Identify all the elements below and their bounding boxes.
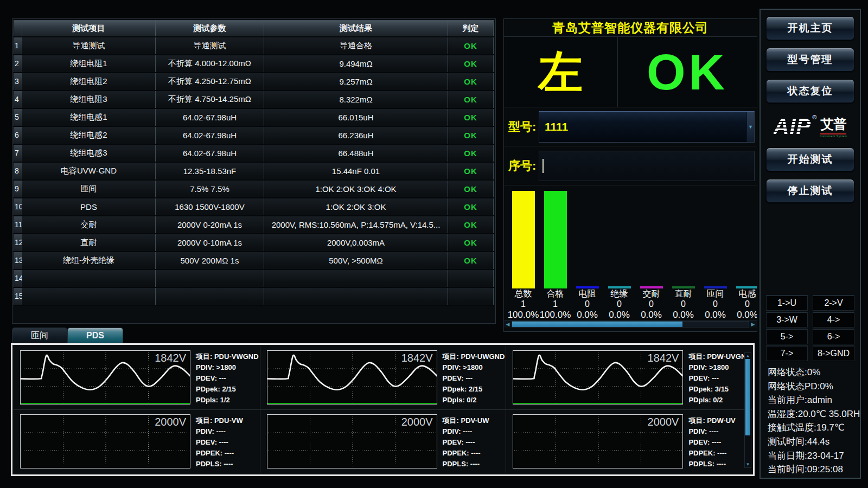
scope-pdiv: PDIV: ---- [443,426,489,437]
table-row[interactable]: 7 绕组电感3 64.02-67.98uH 66.488uH OK [14,144,494,162]
channel-button[interactable]: 3->W [766,312,808,328]
stat-percent: 0.0% [635,310,667,321]
stat-count: 0 [731,299,757,310]
channel-button[interactable]: 2->V [813,295,854,311]
table-row[interactable]: 4 绕组电阻3 不折算 4.750-14.25mΩ 8.322mΩ OK [14,91,494,108]
stat-percent: 0.0% [667,310,699,321]
cell-judge: OK [448,252,494,269]
scope-info: 项目: PDU-VW PDIV: ---- PDEV: ---- PDPEK: … [196,414,243,472]
cell-item [22,287,156,305]
scope-pdev: PDEV: ---- [443,437,489,448]
header-result: 测试结果 [264,21,448,37]
stat-label-column: 直耐 0 0.0% [667,288,699,321]
table-row[interactable]: 8 电容UVW-GND 12.35-18.53nF 15.44nF 0.01 O… [14,162,494,180]
scroll-left-icon[interactable]: ◀ [504,320,512,328]
nav-button[interactable]: 开机主页 [766,16,854,40]
results-table-panel: 测试项目 测试参数 测试结果 判定 1 导通测试 导通测试 导通合格 OK 2 … [12,18,496,324]
row-number: 2 [14,55,22,73]
model-combobox[interactable]: 1111 ▼ [539,111,755,143]
stat-name: 交耐 [635,288,667,299]
scope-cell: 1842V 项目: PDV-UWGND PDIV: >1800 PDEV: --… [260,346,507,410]
scope-pdpls: PDPLS: ---- [443,459,489,470]
stat-percent: 0.0% [731,310,757,321]
verdict-box: OK [618,37,757,107]
scope-pdpek: PDpek: 2/15 [443,384,505,395]
stat-count: 1 [539,299,571,310]
table-row[interactable]: 11 交耐 2000V 0-20mA 1s 2000V, RMS:10.560m… [14,216,494,234]
tab-turn-to-turn[interactable]: 匝间 [12,328,67,343]
cell-judge: OK [448,234,494,252]
scope-info: 项目: PDW-UV PDIV: ---- PDEV: ---- PDPEK: … [688,414,735,472]
cell-param: 64.02-67.98uH [156,144,264,162]
scope-cell: 1842V 项目: PDU-VWGND PDIV: >1800 PDEV: --… [14,346,260,410]
table-row[interactable]: 13 绕组-外壳绝缘 500V 200MΩ 1s 500V, >500MΩ OK [14,252,494,269]
stat-label-column: 电阻 0 0.0% [571,288,603,321]
scroll-right-icon[interactable]: ▶ [749,320,757,328]
table-row[interactable]: 3 绕组电阻2 不折算 4.250-12.75mΩ 9.257mΩ OK [14,73,494,91]
stat-percent: 100.0% [507,310,539,321]
row-number: 1 [14,37,22,55]
model-value: 1111 [539,120,568,133]
cell-judge: OK [448,198,494,216]
row-number: 12 [14,234,22,252]
scrollbar-track[interactable] [512,321,749,328]
stat-label-column: 合格 1 100.0% [539,288,571,321]
scope-item-label: 项目: PDV-UW [443,415,489,426]
table-row[interactable]: 12 直耐 2000V 0-10mA 1s 2000V,0.003mA OK [14,234,494,252]
scrollbar-thumb[interactable] [745,359,750,435]
stat-label-column: 电感 0 0.0% [731,288,757,321]
scope-pdpek: PDpek: 3/15 [688,384,751,395]
cell-judge: OK [448,37,494,55]
status-line: 当前时间:09:25:08 [768,463,854,477]
channel-button[interactable]: 1->U [766,295,808,311]
table-row[interactable]: 14 [14,269,494,287]
scope-pdpek: PDpek: 2/15 [196,384,259,395]
model-dropdown-arrow-icon[interactable]: ▼ [746,112,754,142]
serial-input[interactable] [539,151,755,181]
sidebar: 开机主页 型号管理 状态复位 AIP ® 艾普 Instrument Syste… [760,9,861,479]
cell-param: 不折算 4.000-12.00mΩ [156,55,264,73]
action-button[interactable]: 停止测试 [766,179,854,203]
channel-mapping-grid: 1->U 2->V 3->W 4-> 5-> 6-> 7-> 8->GND [766,295,854,361]
chart-horizontal-scrollbar[interactable]: ◀ ▶ [504,320,757,328]
cell-item [22,269,156,287]
action-button[interactable]: 开始测试 [766,147,854,171]
stat-label-column: 交耐 0 0.0% [635,288,667,321]
tab-pds[interactable]: PDS [67,328,123,343]
scope-pdpls: PDPLS: ---- [688,459,735,470]
scope-panel: 1842V 项目: PDU-VWGND PDIV: >1800 PDEV: --… [11,343,755,476]
nav-button[interactable]: 状态复位 [766,79,854,103]
waveform-plot: 2000V [20,414,192,472]
table-row[interactable]: 2 绕组电阻1 不折算 4.000-12.00mΩ 9.494mΩ OK [14,55,494,73]
channel-button[interactable]: 8->GND [813,345,854,361]
waveform-plot: 2000V [513,414,684,472]
scope-vertical-scrollbar[interactable]: ▲ ▼ [744,352,751,468]
table-row[interactable]: 9 匝间 7.5% 7.5% 1:OK 2:OK 3:OK 4:OK OK [14,180,494,198]
channel-button[interactable]: 6-> [813,329,854,344]
table-row[interactable]: 6 绕组电感2 64.02-67.98uH 66.236uH OK [14,126,494,144]
row-number: 10 [14,198,22,216]
table-row[interactable]: 5 绕组电感1 64.02-67.98uH 66.015uH OK [14,108,494,126]
channel-button[interactable]: 4-> [813,312,854,328]
cell-param [156,287,264,305]
channel-button[interactable]: 5-> [766,329,808,344]
cell-result: 66.015uH [264,108,448,126]
scope-cell: 2000V 项目: PDW-UV PDIV: ---- PDEV: ---- P… [506,410,752,474]
plot-voltage-label: 2000V [401,416,433,428]
cell-item: 绕组电感2 [22,126,156,144]
cell-item: 匝间 [22,180,156,198]
cell-param: 不折算 4.750-14.25mΩ [156,91,264,108]
scroll-up-icon[interactable]: ▲ [745,353,751,359]
results-table: 测试项目 测试参数 测试结果 判定 1 导通测试 导通测试 导通合格 OK 2 … [14,20,494,306]
table-row[interactable]: 10 PDS 1630 1500V-1800V 1:OK 2:OK 3:OK O… [14,198,494,216]
nav-button[interactable]: 型号管理 [766,48,854,72]
cell-item: 绕组电感3 [22,144,156,162]
scroll-down-icon[interactable]: ▼ [745,461,751,467]
scrollbar-thumb[interactable] [512,322,682,327]
table-row[interactable]: 15 [14,287,494,305]
status-line: 温湿度:20.0℃ 35.0RH [768,407,854,421]
channel-button[interactable]: 7-> [766,345,808,361]
stat-name: 电阻 [571,288,603,299]
status-line: 当前用户:admin [768,393,854,407]
table-row[interactable]: 1 导通测试 导通测试 导通合格 OK [14,37,494,55]
